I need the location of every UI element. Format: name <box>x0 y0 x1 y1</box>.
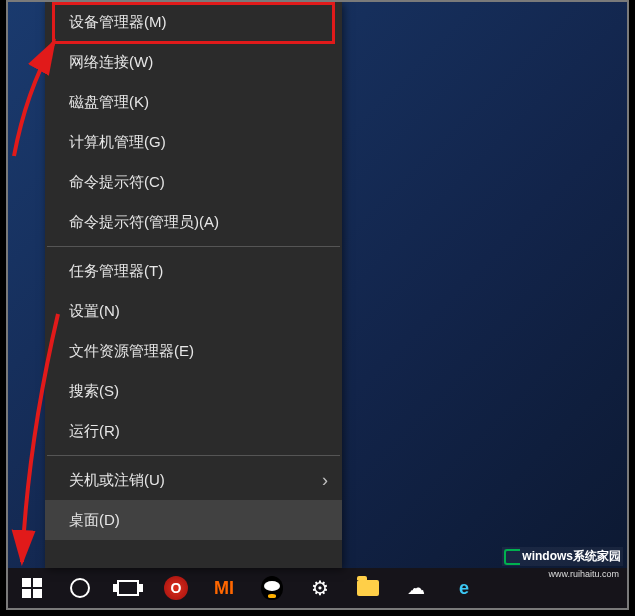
menu-item-command-prompt[interactable]: 命令提示符(C) <box>45 162 342 202</box>
task-view-button[interactable] <box>104 568 152 608</box>
taskbar-app-edge[interactable]: e <box>440 568 488 608</box>
watermark-text: windows系统家园 <box>522 548 621 565</box>
windows-logo-icon <box>22 578 42 598</box>
taskbar-app-onedrive[interactable]: ☁ <box>392 568 440 608</box>
qq-icon <box>261 576 283 600</box>
mi-icon: MI <box>214 578 234 599</box>
menu-item-label: 设置(N) <box>69 302 120 319</box>
menu-item-label: 计算机管理(G) <box>69 133 166 150</box>
taskbar-app-mi[interactable]: MI <box>200 568 248 608</box>
menu-item-label: 设备管理器(M) <box>69 13 167 30</box>
menu-item-label: 运行(R) <box>69 422 120 439</box>
menu-item-label: 文件资源管理器(E) <box>69 342 194 359</box>
start-button[interactable] <box>8 568 56 608</box>
menu-item-search[interactable]: 搜索(S) <box>45 371 342 411</box>
taskbar-app-qq[interactable] <box>248 568 296 608</box>
menu-item-desktop[interactable]: 桌面(D) <box>45 500 342 540</box>
cortana-icon <box>70 578 90 598</box>
menu-item-network-connections[interactable]: 网络连接(W) <box>45 42 342 82</box>
taskbar-app-settings[interactable]: ⚙ <box>296 568 344 608</box>
menu-item-label: 搜索(S) <box>69 382 119 399</box>
taskbar-app-opera[interactable]: O <box>152 568 200 608</box>
menu-separator <box>47 246 340 247</box>
menu-item-settings[interactable]: 设置(N) <box>45 291 342 331</box>
menu-item-label: 磁盘管理(K) <box>69 93 149 110</box>
edge-icon: e <box>459 578 469 599</box>
task-view-icon <box>117 580 139 596</box>
menu-item-label: 桌面(D) <box>69 511 120 528</box>
svg-rect-0 <box>22 578 31 587</box>
menu-item-label: 命令提示符(管理员)(A) <box>69 213 219 230</box>
taskbar-app-file-explorer[interactable] <box>344 568 392 608</box>
gear-icon: ⚙ <box>311 576 329 600</box>
menu-item-run[interactable]: 运行(R) <box>45 411 342 451</box>
winx-context-menu: 设备管理器(M) 网络连接(W) 磁盘管理(K) 计算机管理(G) 命令提示符(… <box>45 2 342 568</box>
screenshot-frame: 设备管理器(M) 网络连接(W) 磁盘管理(K) 计算机管理(G) 命令提示符(… <box>6 0 629 610</box>
menu-item-command-prompt-admin[interactable]: 命令提示符(管理员)(A) <box>45 202 342 242</box>
cortana-button[interactable] <box>56 568 104 608</box>
folder-icon <box>357 580 379 596</box>
menu-item-shutdown-signout[interactable]: 关机或注销(U) <box>45 460 342 500</box>
cloud-icon: ☁ <box>407 577 425 599</box>
menu-item-task-manager[interactable]: 任务管理器(T) <box>45 251 342 291</box>
watermark-logo-icon <box>504 549 520 565</box>
taskbar: O MI ⚙ ☁ e <box>8 568 627 608</box>
menu-item-disk-management[interactable]: 磁盘管理(K) <box>45 82 342 122</box>
menu-item-computer-management[interactable]: 计算机管理(G) <box>45 122 342 162</box>
menu-item-label: 命令提示符(C) <box>69 173 165 190</box>
menu-item-label: 任务管理器(T) <box>69 262 163 279</box>
menu-separator <box>47 455 340 456</box>
menu-item-label: 网络连接(W) <box>69 53 153 70</box>
opera-icon: O <box>164 576 188 600</box>
menu-item-file-explorer[interactable]: 文件资源管理器(E) <box>45 331 342 371</box>
svg-rect-2 <box>22 589 31 598</box>
watermark-subtext: www.ruihaitu.com <box>548 569 619 579</box>
menu-item-device-manager[interactable]: 设备管理器(M) <box>45 2 342 42</box>
watermark: windows系统家园 www.ruihaitu.com <box>502 547 623 566</box>
menu-item-label: 关机或注销(U) <box>69 471 165 488</box>
svg-rect-3 <box>33 589 42 598</box>
svg-rect-1 <box>33 578 42 587</box>
